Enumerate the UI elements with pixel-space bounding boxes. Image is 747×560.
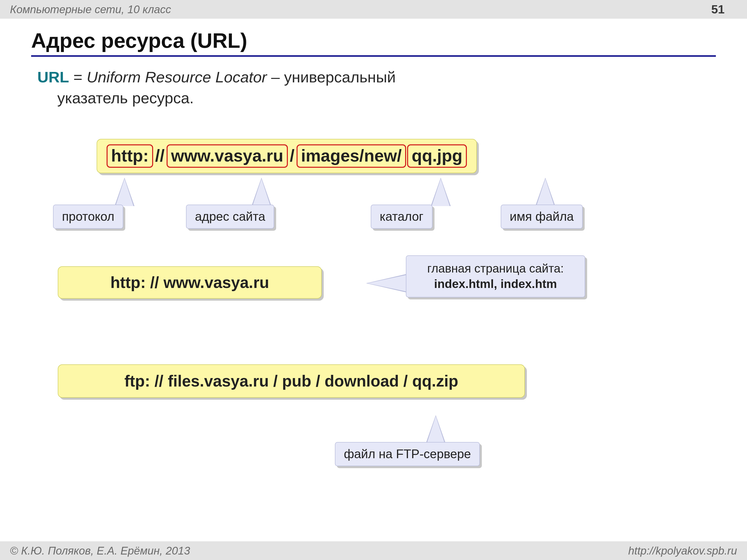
label-protocol: протокол [53,205,123,229]
footer-url: http://kpolyakov.spb.ru [628,544,737,557]
callout-tail-icon [115,179,133,206]
label-host: адрес сайта [186,205,274,229]
header-bar: Компьютерные сети, 10 класс 51 [0,0,747,19]
definition-eq: = [69,69,87,86]
callout-index-line1: главная страница сайта: [427,262,564,275]
callout-tail-icon [427,416,445,444]
url-segment-host: www.vasya.ru [166,144,288,168]
url-segment-protocol: http: [107,144,153,168]
label-file: имя файла [501,205,583,229]
callout-tail-icon [253,179,271,206]
page-number: 51 [712,2,737,16]
url-sep-slash: / [288,146,296,165]
definition-rest1: – универсальный [267,69,396,86]
callout-index-page: главная страница сайта: index.html, inde… [406,256,585,297]
callout-tail-icon [536,179,554,206]
footer-bar: © К.Ю. Поляков, Е.А. Ерёмин, 2013 http:/… [0,541,747,560]
footer-copyright: © К.Ю. Поляков, Е.А. Ерёмин, 2013 [10,544,190,557]
definition-expansion: Uniform Resource Locator [87,69,267,86]
url-sep-slashes: // [154,146,166,165]
url-breakdown-box: http://www.vasya.ru/images/new/qq.jpg [97,139,477,173]
ftp-url-box: ftp: // files.vasya.ru / pub / download … [58,364,525,398]
definition-rest2: указатель ресурса. [37,88,710,108]
label-ftp-file: файл на FTP-сервере [335,442,480,466]
callout-index-line2: index.html, index.htm [434,277,557,290]
short-url-box: http: // www.vasya.ru [58,266,322,299]
course-title: Компьютерные сети, 10 класс [10,3,171,16]
url-segment-dir: images/new/ [297,144,406,168]
label-dir: каталог [371,205,433,229]
definition-acronym: URL [37,69,69,86]
definition-text: URL = Uniform Resource Locator – универс… [37,67,710,108]
callout-tail-icon [432,179,450,206]
url-segment-file: qq.jpg [407,144,467,168]
callout-tail-icon [367,275,407,292]
slide-title: Адрес ресурса (URL) [31,29,716,57]
